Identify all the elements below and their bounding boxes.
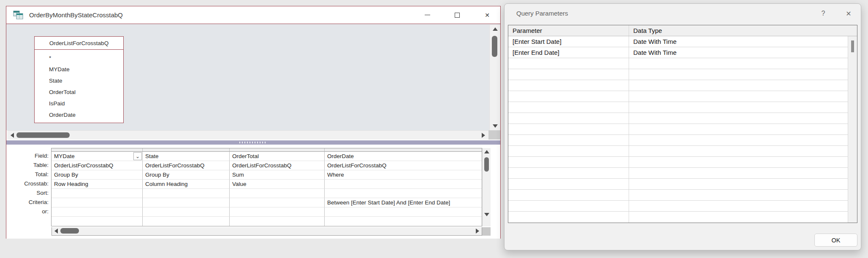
scroll-left-icon[interactable]	[11, 133, 14, 138]
grid-hscroll-thumb[interactable]	[60, 228, 79, 234]
top-pane-hscroll-thumb[interactable]	[16, 132, 70, 138]
data-type-cell[interactable]	[629, 91, 839, 102]
grid-cell-extra-col2[interactable]	[143, 217, 230, 226]
grid-horizontal-scrollbar[interactable]	[52, 227, 482, 236]
grid-vertical-scrollbar[interactable]	[482, 148, 491, 226]
grid-cell-crosstab-col1[interactable]: Row Heading	[52, 180, 143, 189]
grid-cell-or-col4[interactable]	[325, 207, 482, 217]
grid-cell-criteria-col2[interactable]	[143, 198, 230, 207]
data-type-cell[interactable]	[629, 102, 839, 113]
parameter-cell[interactable]	[508, 102, 629, 113]
parameter-cell[interactable]	[508, 69, 629, 80]
parameter-cell[interactable]	[508, 157, 629, 167]
grid-cell-sort-col2[interactable]	[143, 189, 230, 198]
data-type-cell[interactable]	[629, 146, 839, 156]
column-header-data-type[interactable]: Data Type	[629, 25, 839, 36]
grid-cell-field-col3[interactable]: OrderTotal	[230, 152, 325, 161]
maximize-button[interactable]	[448, 9, 467, 22]
pane-splitter[interactable]	[6, 140, 500, 145]
grid-cell-table-col3[interactable]: OrderListForCrosstabQ	[230, 161, 325, 170]
grid-cell-criteria-col3[interactable]	[230, 198, 325, 207]
field-list-item[interactable]: IsPaid	[49, 98, 123, 109]
grid-cell-sort-col3[interactable]	[230, 189, 325, 198]
grid-column-selector[interactable]	[52, 148, 143, 152]
top-pane-horizontal-scrollbar[interactable]	[7, 130, 488, 140]
field-list-item[interactable]: MYDate	[49, 64, 123, 75]
parameter-cell[interactable]	[508, 58, 629, 69]
top-pane-vscroll-thumb[interactable]	[492, 36, 497, 57]
scroll-up-icon[interactable]	[484, 150, 489, 153]
data-type-cell[interactable]	[629, 124, 839, 134]
grid-vscroll-thumb[interactable]	[484, 157, 489, 172]
dialog-close-button[interactable]: ✕	[841, 7, 856, 20]
grid-cell-total-col2[interactable]: Group By	[143, 170, 230, 180]
grid-cell-total-col1[interactable]: Group By	[52, 170, 143, 180]
minimize-button[interactable]	[418, 9, 437, 22]
scroll-up-icon[interactable]	[493, 27, 498, 31]
data-type-cell[interactable]	[629, 179, 839, 189]
field-list-item[interactable]: *	[49, 52, 123, 64]
help-button[interactable]: ?	[816, 7, 830, 20]
field-list-item[interactable]: State	[49, 75, 123, 86]
field-list-item[interactable]: OrderDate	[49, 109, 123, 121]
data-type-cell[interactable]	[629, 168, 839, 178]
grid-cell-sort-col1[interactable]	[52, 189, 143, 198]
parameter-cell[interactable]	[508, 124, 629, 134]
data-type-cell[interactable]	[629, 58, 839, 69]
parameter-cell[interactable]	[508, 135, 629, 145]
scroll-down-icon[interactable]	[493, 124, 498, 128]
grid-column-selector[interactable]	[325, 148, 482, 152]
grid-cell-table-col1[interactable]: OrderListForCrosstabQ	[52, 161, 143, 170]
grid-cell-criteria-col1[interactable]	[52, 198, 143, 207]
parameter-cell[interactable]	[508, 91, 629, 102]
grid-cell-crosstab-col3[interactable]: Value	[230, 180, 325, 189]
parameters-table-scrollbar[interactable]	[848, 36, 857, 223]
grid-cell-criteria-col4[interactable]: Between [Enter Start Date] And [Enter En…	[325, 198, 482, 207]
grid-cell-field-col2[interactable]: State	[143, 152, 230, 161]
column-header-parameter[interactable]: Parameter	[508, 25, 629, 36]
data-type-cell[interactable]	[629, 69, 839, 80]
parameter-cell[interactable]: [Enter End Date]	[508, 47, 629, 58]
parameter-cell[interactable]	[508, 179, 629, 189]
field-dropdown-icon[interactable]: ⌄	[133, 152, 142, 160]
parameter-cell[interactable]	[508, 201, 629, 211]
grid-cell-sort-col4[interactable]	[325, 189, 482, 198]
data-type-cell[interactable]	[629, 80, 839, 91]
grid-cell-table-col2[interactable]: OrderListForCrosstabQ	[143, 161, 230, 170]
grid-cell-crosstab-col2[interactable]: Column Heading	[143, 180, 230, 189]
parameters-scroll-thumb[interactable]	[851, 40, 854, 52]
grid-cell-extra-col1[interactable]	[52, 217, 143, 226]
grid-cell-extra-col3[interactable]	[230, 217, 325, 226]
scroll-left-icon[interactable]	[54, 228, 58, 234]
parameter-cell[interactable]	[508, 212, 629, 223]
scroll-down-icon[interactable]	[484, 213, 489, 216]
data-type-cell[interactable]: Date With Time	[629, 47, 839, 58]
grid-cell-or-col3[interactable]	[230, 207, 325, 217]
field-list-item[interactable]: OrderTotal	[49, 86, 123, 98]
data-type-cell[interactable]	[629, 157, 839, 167]
grid-cell-extra-col4[interactable]	[325, 217, 482, 226]
close-button[interactable]: ✕	[477, 9, 497, 22]
ok-button[interactable]: OK	[814, 234, 857, 247]
parameter-cell[interactable]	[508, 146, 629, 156]
data-type-cell[interactable]	[629, 113, 839, 124]
scroll-right-icon[interactable]	[482, 133, 485, 138]
grid-cell-total-col4[interactable]: Where	[325, 170, 482, 180]
scroll-right-icon[interactable]	[476, 228, 479, 234]
grid-cell-field-col1[interactable]: MYDate⌄	[52, 152, 143, 161]
grid-column-selector[interactable]	[143, 148, 230, 152]
grid-cell-crosstab-col4[interactable]	[325, 180, 482, 189]
grid-cell-total-col3[interactable]: Sum	[230, 170, 325, 180]
grid-cell-or-col2[interactable]	[143, 207, 230, 217]
grid-cell-table-col4[interactable]: OrderListForCrosstabQ	[325, 161, 482, 170]
parameter-cell[interactable]	[508, 190, 629, 200]
parameter-cell[interactable]	[508, 168, 629, 178]
grid-cell-or-col1[interactable]	[52, 207, 143, 217]
grid-column-selector[interactable]	[230, 148, 325, 152]
parameter-cell[interactable]	[508, 80, 629, 91]
grid-cell-field-col4[interactable]: OrderDate	[325, 152, 482, 161]
parameter-cell[interactable]: [Enter Start Date]	[508, 36, 629, 47]
data-type-cell[interactable]	[629, 135, 839, 145]
data-type-cell[interactable]	[629, 212, 839, 223]
field-list-box[interactable]: OrderListForCrosstabQ *MYDateStateOrderT…	[34, 36, 124, 123]
